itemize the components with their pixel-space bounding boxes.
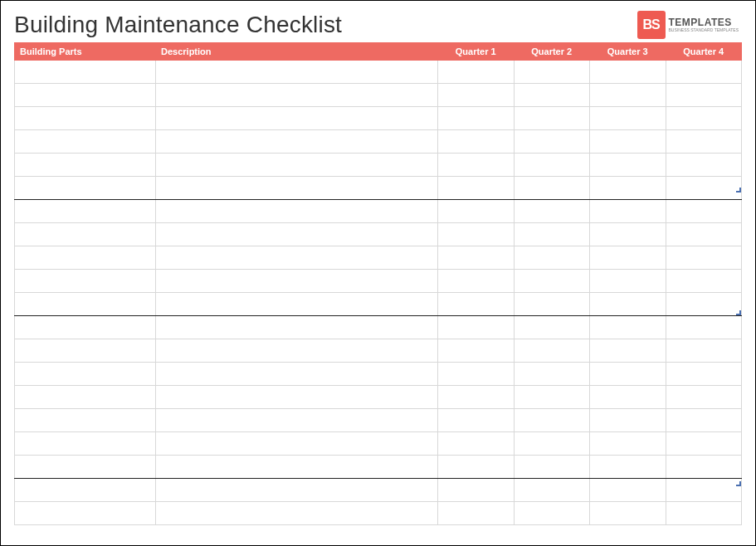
table-cell[interactable] bbox=[438, 177, 515, 200]
table-cell[interactable] bbox=[438, 200, 515, 223]
table-cell[interactable] bbox=[438, 316, 515, 339]
table-cell[interactable] bbox=[156, 107, 438, 130]
table-cell[interactable] bbox=[590, 386, 666, 409]
table-cell[interactable] bbox=[438, 270, 515, 293]
table-cell[interactable] bbox=[514, 223, 590, 246]
table-cell[interactable] bbox=[156, 386, 438, 409]
table-cell[interactable] bbox=[590, 200, 666, 223]
table-cell[interactable] bbox=[156, 246, 438, 270]
table-cell[interactable] bbox=[666, 479, 742, 502]
table-cell[interactable] bbox=[438, 293, 515, 316]
table-cell[interactable] bbox=[666, 293, 742, 316]
table-cell[interactable] bbox=[514, 316, 590, 339]
table-cell[interactable] bbox=[156, 154, 438, 177]
table-cell[interactable] bbox=[438, 154, 515, 177]
table-cell[interactable] bbox=[15, 363, 156, 386]
table-cell[interactable] bbox=[514, 61, 590, 84]
table-cell[interactable] bbox=[15, 246, 156, 270]
table-cell[interactable] bbox=[156, 223, 438, 246]
table-cell[interactable] bbox=[156, 61, 438, 84]
table-cell[interactable] bbox=[666, 84, 742, 107]
table-cell[interactable] bbox=[514, 432, 590, 456]
table-cell[interactable] bbox=[156, 363, 438, 386]
table-cell[interactable] bbox=[666, 246, 742, 270]
table-cell[interactable] bbox=[438, 363, 515, 386]
table-cell[interactable] bbox=[438, 479, 515, 502]
table-cell[interactable] bbox=[15, 200, 156, 223]
table-cell[interactable] bbox=[156, 270, 438, 293]
table-cell[interactable] bbox=[514, 456, 590, 479]
table-cell[interactable] bbox=[666, 316, 742, 339]
table-cell[interactable] bbox=[514, 479, 590, 502]
table-cell[interactable] bbox=[590, 479, 666, 502]
table-cell[interactable] bbox=[438, 223, 515, 246]
table-cell[interactable] bbox=[15, 316, 156, 339]
table-cell[interactable] bbox=[156, 502, 438, 525]
table-cell[interactable] bbox=[666, 130, 742, 154]
table-cell[interactable] bbox=[15, 130, 156, 154]
table-cell[interactable] bbox=[590, 130, 666, 154]
table-cell[interactable] bbox=[438, 456, 515, 479]
table-cell[interactable] bbox=[590, 409, 666, 432]
table-cell[interactable] bbox=[156, 177, 438, 200]
table-cell[interactable] bbox=[514, 200, 590, 223]
table-cell[interactable] bbox=[15, 84, 156, 107]
table-cell[interactable] bbox=[514, 130, 590, 154]
table-cell[interactable] bbox=[514, 154, 590, 177]
table-cell[interactable] bbox=[156, 432, 438, 456]
table-cell[interactable] bbox=[666, 270, 742, 293]
table-cell[interactable] bbox=[666, 432, 742, 456]
table-cell[interactable] bbox=[590, 339, 666, 363]
table-cell[interactable] bbox=[15, 270, 156, 293]
table-cell[interactable] bbox=[156, 456, 438, 479]
table-cell[interactable] bbox=[438, 409, 515, 432]
table-cell[interactable] bbox=[15, 107, 156, 130]
table-cell[interactable] bbox=[156, 84, 438, 107]
table-cell[interactable] bbox=[156, 130, 438, 154]
table-cell[interactable] bbox=[590, 61, 666, 84]
table-cell[interactable] bbox=[514, 84, 590, 107]
table-cell[interactable] bbox=[666, 200, 742, 223]
table-cell[interactable] bbox=[666, 363, 742, 386]
table-cell[interactable] bbox=[156, 339, 438, 363]
table-cell[interactable] bbox=[590, 456, 666, 479]
table-cell[interactable] bbox=[666, 502, 742, 525]
table-cell[interactable] bbox=[514, 177, 590, 200]
table-cell[interactable] bbox=[438, 432, 515, 456]
table-cell[interactable] bbox=[590, 502, 666, 525]
table-cell[interactable] bbox=[438, 61, 515, 84]
table-cell[interactable] bbox=[666, 223, 742, 246]
table-cell[interactable] bbox=[156, 200, 438, 223]
table-cell[interactable] bbox=[15, 177, 156, 200]
table-cell[interactable] bbox=[156, 316, 438, 339]
table-cell[interactable] bbox=[590, 270, 666, 293]
table-cell[interactable] bbox=[666, 177, 742, 200]
table-cell[interactable] bbox=[590, 293, 666, 316]
table-cell[interactable] bbox=[15, 502, 156, 525]
table-cell[interactable] bbox=[590, 107, 666, 130]
table-cell[interactable] bbox=[438, 502, 515, 525]
table-cell[interactable] bbox=[590, 154, 666, 177]
table-cell[interactable] bbox=[590, 363, 666, 386]
table-cell[interactable] bbox=[514, 107, 590, 130]
table-cell[interactable] bbox=[438, 107, 515, 130]
table-cell[interactable] bbox=[156, 479, 438, 502]
table-cell[interactable] bbox=[666, 61, 742, 84]
table-cell[interactable] bbox=[666, 107, 742, 130]
table-cell[interactable] bbox=[438, 84, 515, 107]
table-cell[interactable] bbox=[590, 432, 666, 456]
table-cell[interactable] bbox=[438, 339, 515, 363]
table-cell[interactable] bbox=[15, 339, 156, 363]
table-cell[interactable] bbox=[514, 293, 590, 316]
table-cell[interactable] bbox=[666, 154, 742, 177]
table-cell[interactable] bbox=[156, 409, 438, 432]
table-cell[interactable] bbox=[15, 432, 156, 456]
table-cell[interactable] bbox=[514, 339, 590, 363]
table-cell[interactable] bbox=[15, 223, 156, 246]
table-cell[interactable] bbox=[15, 479, 156, 502]
table-cell[interactable] bbox=[590, 84, 666, 107]
table-cell[interactable] bbox=[514, 270, 590, 293]
table-cell[interactable] bbox=[514, 246, 590, 270]
table-cell[interactable] bbox=[666, 409, 742, 432]
table-cell[interactable] bbox=[590, 177, 666, 200]
